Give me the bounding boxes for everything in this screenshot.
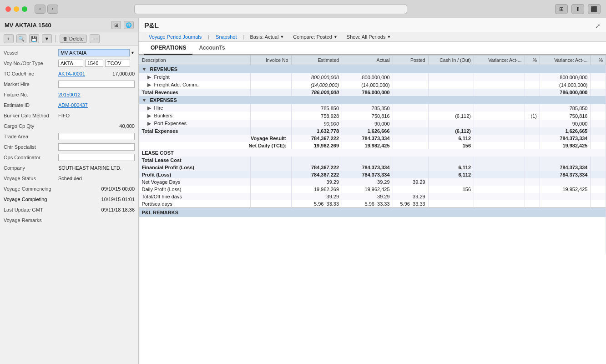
voyage-result-estimated: 784,367,222 <box>291 135 342 142</box>
fixture-link[interactable]: 20150012 <box>58 92 81 97</box>
tlc-cash <box>428 157 474 164</box>
table-row: ▶ Freight 800,000,000 800,000,000 800,00… <box>139 73 606 81</box>
dpl-label: Daily Profit (Loss) <box>139 186 251 193</box>
voyage-period-journals-tab[interactable]: Voyage Period Journals <box>144 32 206 41</box>
port-sea-days-row: Port/sea days 5.96 33.33 5.96 33.33 5.96… <box>139 200 606 208</box>
pl-var2: 784,373,334 <box>540 171 591 178</box>
trade-label: Trade Area <box>4 134 58 139</box>
psd-label: Port/sea days <box>139 200 251 208</box>
tab-accounts[interactable]: AccounTs <box>192 42 231 55</box>
show-dropdown[interactable]: Show: All Periods ▼ <box>343 32 395 41</box>
pe-posted <box>393 120 428 127</box>
remarks-empty-row <box>139 217 606 253</box>
voy-type-input[interactable] <box>105 60 130 67</box>
bunkers-estimated: 758,928 <box>291 112 342 120</box>
pl-var1 <box>474 171 525 178</box>
tc-code-link[interactable]: AKTA-I0001 <box>58 71 85 76</box>
total-expenses-row: Total Expenses 1,632,778 1,626,666 (6,11… <box>139 127 606 135</box>
tab-separator-1: | <box>208 34 209 40</box>
pl-pct2 <box>591 171 606 178</box>
voy-code-input[interactable] <box>58 60 83 67</box>
pl-posted <box>393 171 428 178</box>
window-action-2[interactable]: ⬆ <box>571 4 584 14</box>
collapse-button[interactable]: ⤢ <box>595 22 601 30</box>
dpl-cash: 156 <box>428 186 474 193</box>
basis-dropdown[interactable]: Basis: Actual ▼ <box>246 32 288 41</box>
bunkers-actual: 750,816 <box>342 112 393 120</box>
fac-pct1 <box>525 81 540 89</box>
pl-row-label: Profit (Loss) <box>139 171 251 178</box>
form-area: Vessel ▼ Voy No./Opr Type <box>0 46 138 364</box>
revenues-expand-icon[interactable]: ▼ <box>142 66 147 72</box>
vessel-input[interactable] <box>58 49 130 56</box>
total-revenues-pct1 <box>525 89 540 96</box>
pl-actual: 784,373,334 <box>342 171 393 178</box>
save-button[interactable]: 💾 <box>29 34 39 43</box>
nvd-estimated: 39.29 <box>291 178 342 186</box>
ops-input[interactable] <box>58 154 135 161</box>
revenues-header-row: ▼ REVENUES <box>139 65 606 74</box>
vessel-dropdown-icon[interactable]: ▼ <box>131 51 135 55</box>
voyage-result-var2: 784,373,334 <box>540 135 591 142</box>
hire-expand-icon[interactable]: ▶ <box>147 105 151 111</box>
estimate-link[interactable]: ADM-000437 <box>58 102 88 108</box>
col-actual: Actual <box>342 56 393 65</box>
compare-label: Compare: Posted <box>293 34 332 40</box>
market-hire-input[interactable] <box>58 81 135 88</box>
total-expenses-pct2 <box>591 127 606 135</box>
address-bar[interactable] <box>134 4 407 14</box>
voyage-completing-date: 10/19/15 01:01 <box>58 197 135 202</box>
pl-pct1 <box>525 171 540 178</box>
delete-button[interactable]: 🗑 Delete <box>60 35 87 43</box>
globe-icon[interactable]: 🌐 <box>124 21 134 29</box>
net-daily-var1 <box>474 142 525 149</box>
voy-row: Voy No./Opr Type <box>4 59 135 68</box>
voyage-status-row: Voyage Status Scheduled <box>4 174 135 183</box>
voy-num-input[interactable] <box>85 60 103 67</box>
fixture-row: Fixture No. 20150012 <box>4 90 135 99</box>
tlc-invoice <box>251 157 291 164</box>
back-button[interactable]: ‹ <box>35 5 45 14</box>
voyage-remarks-label: Voyage Remarks <box>4 217 58 223</box>
bunkers-expand-icon[interactable]: ▶ <box>147 113 151 118</box>
last-update-row: Last Update GMT 09/11/18 18:36 <box>4 205 135 214</box>
compare-dropdown[interactable]: Compare: Posted ▼ <box>289 32 341 41</box>
fpl-cash: 6,112 <box>428 164 474 171</box>
freight-expand-icon[interactable]: ▶ <box>147 74 151 80</box>
total-lease-cost-label: Total Lease Cost <box>139 157 251 164</box>
net-daily-var2: 19,982,425 <box>540 142 591 149</box>
trade-input[interactable] <box>58 133 135 140</box>
pe-estimated: 90,000 <box>291 120 342 127</box>
window-action-1[interactable]: ⊞ <box>555 4 568 14</box>
fac-pct2 <box>591 81 606 89</box>
profit-loss-row: Profit (Loss) 784,367,222 784,373,334 6,… <box>139 171 606 178</box>
fixture-label: Fixture No. <box>4 92 58 97</box>
close-traffic-light[interactable] <box>5 6 11 12</box>
sub-tabs: OPERATIONS AccounTs <box>139 42 606 55</box>
add-button[interactable]: + <box>4 34 14 43</box>
pl-remarks-label: P&L REMARKS <box>139 208 606 217</box>
fac-var1 <box>474 81 525 89</box>
freight-cash <box>428 73 474 81</box>
cargo-value: 40,000 <box>58 123 135 129</box>
right-header: P&L ⤢ <box>139 18 606 32</box>
port-expenses-expand-icon[interactable]: ▶ <box>147 121 151 126</box>
more-button[interactable]: ··· <box>90 34 100 43</box>
search-button[interactable]: 🔍 <box>16 34 26 43</box>
expenses-expand-icon[interactable]: ▼ <box>142 97 147 103</box>
dropdown-button[interactable]: ▼ <box>42 34 52 43</box>
tohd-cash <box>428 193 474 200</box>
window-action-3[interactable]: ⬛ <box>588 4 601 14</box>
voyage-remarks-row: Voyage Remarks <box>4 216 135 225</box>
fac-estimated: (14,000,000) <box>291 81 342 89</box>
tab-operations[interactable]: OPERATIONS <box>144 42 192 55</box>
psd-pct2 <box>591 200 606 208</box>
maximize-traffic-light[interactable] <box>22 6 27 12</box>
forward-button[interactable]: › <box>47 5 58 14</box>
snapshot-tab[interactable]: Snapshot <box>211 32 241 41</box>
freight-add-comm-expand-icon[interactable]: ▶ <box>147 82 151 87</box>
pl-title: P&L <box>144 22 595 30</box>
chtr-input[interactable] <box>58 143 135 151</box>
minimize-traffic-light[interactable] <box>14 6 19 12</box>
grid-icon[interactable]: ⊞ <box>111 21 121 29</box>
